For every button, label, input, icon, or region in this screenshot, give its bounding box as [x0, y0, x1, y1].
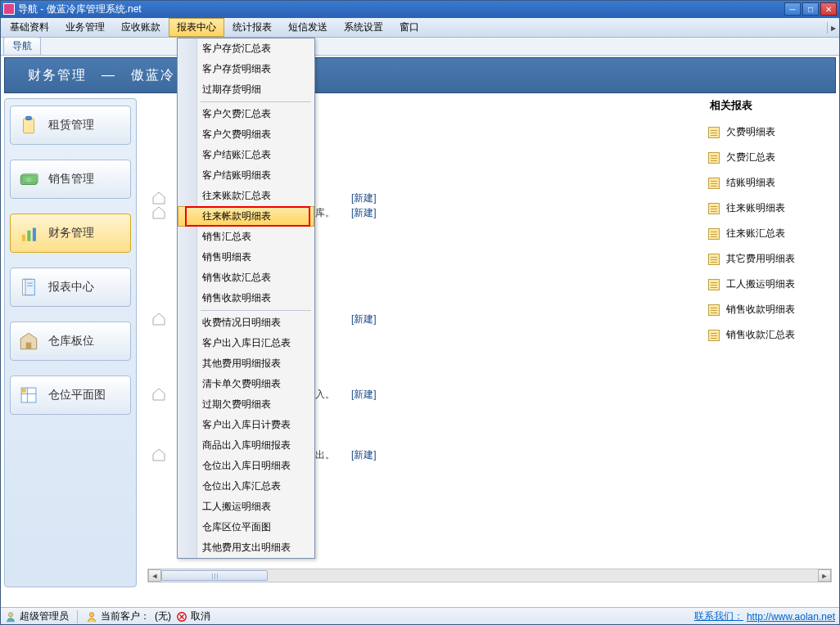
scroll-right-button[interactable]: ► [818, 569, 831, 582]
dropdown-item[interactable]: 往来帐款明细表 [178, 206, 314, 227]
related-report-item[interactable]: 欠费明细表 [705, 119, 836, 145]
menu-4[interactable]: 统计报表 [224, 18, 280, 37]
house-icon [147, 205, 171, 221]
dropdown-item[interactable]: 收费情况日明细表 [178, 312, 314, 333]
scroll-thumb[interactable] [161, 570, 268, 581]
related-report-item[interactable]: 结账明细表 [705, 170, 836, 196]
clipboard-icon [17, 114, 40, 137]
customer-label: 当前客户： [101, 609, 150, 623]
close-button[interactable]: ✕ [820, 2, 837, 16]
new-link[interactable]: [新建] [351, 388, 377, 402]
nav-chart[interactable]: 财务管理 [10, 214, 131, 253]
user-icon [5, 611, 16, 623]
menu-3[interactable]: 报表中心 [169, 18, 224, 37]
report-icon [708, 178, 720, 189]
related-report-item[interactable]: 销售收款明细表 [705, 297, 836, 322]
dropdown-item[interactable]: 过期欠费明细表 [178, 394, 314, 415]
new-link[interactable]: [新建] [351, 312, 377, 326]
report-icon [708, 279, 720, 290]
report-icon [708, 152, 720, 164]
dropdown-item[interactable]: 商品出入库明细报表 [178, 435, 314, 456]
dropdown-item[interactable]: 销售收款汇总表 [178, 268, 314, 288]
house-icon [147, 311, 171, 327]
new-link[interactable]: [新建] [351, 448, 377, 462]
related-report-item[interactable]: 欠费汇总表 [705, 145, 836, 170]
dropdown-separator [201, 310, 311, 311]
nav-label: 销售管理 [48, 172, 94, 187]
menu-1[interactable]: 业务管理 [57, 18, 113, 37]
report-label: 销售收款汇总表 [726, 328, 795, 342]
cancel-icon[interactable] [176, 611, 187, 623]
scroll-track[interactable] [161, 569, 818, 582]
customer-icon [86, 611, 97, 623]
warehouse-icon [17, 330, 40, 353]
nav-label: 租赁管理 [48, 118, 94, 133]
menu-overflow[interactable]: ▸ [827, 22, 838, 34]
report-icon [708, 330, 720, 341]
report-label: 销售收款明细表 [726, 303, 795, 317]
scroll-left-button[interactable]: ◄ [148, 569, 161, 582]
menu-bar: 基础资料业务管理应收账款报表中心统计报表短信发送系统设置窗口▸ [0, 18, 840, 38]
dropdown-item[interactable]: 往来账款汇总表 [178, 186, 314, 206]
house-icon [147, 386, 171, 402]
related-report-item[interactable]: 工人搬运明细表 [705, 272, 836, 297]
dropdown-item[interactable]: 客户出入库日汇总表 [178, 333, 314, 353]
menu-5[interactable]: 短信发送 [280, 18, 336, 37]
svg-marker-20 [153, 313, 165, 325]
dropdown-item[interactable]: 其他费用支出明细表 [178, 537, 314, 558]
dropdown-item[interactable]: 仓库区位平面图 [178, 517, 314, 537]
nav-label: 仓库板位 [48, 334, 94, 348]
report-icon [708, 127, 720, 138]
svg-rect-4 [22, 174, 38, 183]
dropdown-item[interactable]: 客户存货明细表 [178, 59, 314, 79]
dropdown-item[interactable]: 客户结账明细表 [178, 165, 314, 186]
maximize-button[interactable]: □ [802, 2, 819, 16]
horizontal-scrollbar[interactable]: ◄ ► [147, 569, 832, 582]
related-report-item[interactable]: 销售收款汇总表 [705, 322, 836, 348]
report-center-dropdown[interactable]: 客户存货汇总表客户存货明细表过期存货明细客户欠费汇总表客户欠费明细表客户结账汇总… [177, 38, 315, 559]
menu-6[interactable]: 系统设置 [336, 18, 391, 37]
tab-navigation[interactable]: 导航 [3, 37, 41, 55]
cancel-button[interactable]: 取消 [191, 609, 210, 623]
minimize-button[interactable]: ─ [784, 2, 801, 16]
nav-clipboard[interactable]: 租赁管理 [10, 106, 131, 145]
nav-label: 报表中心 [48, 280, 94, 295]
menu-2[interactable]: 应收账款 [113, 18, 169, 37]
report-icon [17, 276, 40, 299]
report-icon [708, 203, 720, 214]
dropdown-item[interactable]: 清卡单欠费明细表 [178, 374, 314, 394]
window-title: 导航 - 傲蓝冷库管理系统.net [18, 2, 784, 16]
dropdown-item[interactable]: 客户结账汇总表 [178, 145, 314, 165]
chart-icon [17, 222, 40, 245]
dropdown-item[interactable]: 仓位出入库汇总表 [178, 476, 314, 497]
contact-link[interactable]: http://www.aolan.net [747, 611, 835, 623]
dropdown-item[interactable]: 过期存货明细 [178, 79, 314, 100]
menu-7[interactable]: 窗口 [391, 18, 427, 37]
dropdown-item[interactable]: 销售收款明细表 [178, 288, 314, 308]
dropdown-item[interactable]: 其他费用明细报表 [178, 353, 314, 374]
new-link[interactable]: [新建] [351, 206, 377, 220]
nav-money[interactable]: 销售管理 [10, 160, 131, 199]
dropdown-item[interactable]: 销售明细表 [178, 247, 314, 268]
dropdown-item[interactable]: 销售汇总表 [178, 227, 314, 247]
status-bar: 超级管理员 当前客户： (无) 取消 联系我们： http://www.aola… [0, 607, 840, 625]
svg-marker-18 [153, 192, 165, 204]
dropdown-item[interactable]: 客户存货汇总表 [178, 38, 314, 59]
new-link[interactable]: [新建] [351, 191, 377, 205]
report-label: 工人搬运明细表 [726, 277, 795, 291]
dropdown-item[interactable]: 客户欠费汇总表 [178, 104, 314, 124]
dropdown-item[interactable]: 工人搬运明细表 [178, 497, 314, 517]
svg-rect-5 [22, 235, 25, 241]
dropdown-item[interactable]: 客户欠费明细表 [178, 124, 314, 145]
related-report-item[interactable]: 其它费用明细表 [705, 246, 836, 272]
related-report-item[interactable]: 往来账汇总表 [705, 221, 836, 246]
dropdown-item[interactable]: 仓位出入库日明细表 [178, 456, 314, 476]
money-icon [17, 168, 40, 191]
menu-0[interactable]: 基础资料 [2, 18, 57, 37]
nav-layout[interactable]: 仓位平面图 [10, 375, 131, 415]
nav-warehouse[interactable]: 仓库板位 [10, 321, 131, 361]
dropdown-item[interactable]: 客户出入库日计费表 [178, 415, 314, 435]
svg-rect-1 [26, 116, 32, 119]
related-report-item[interactable]: 往来账明细表 [705, 196, 836, 221]
nav-report[interactable]: 报表中心 [10, 268, 131, 307]
